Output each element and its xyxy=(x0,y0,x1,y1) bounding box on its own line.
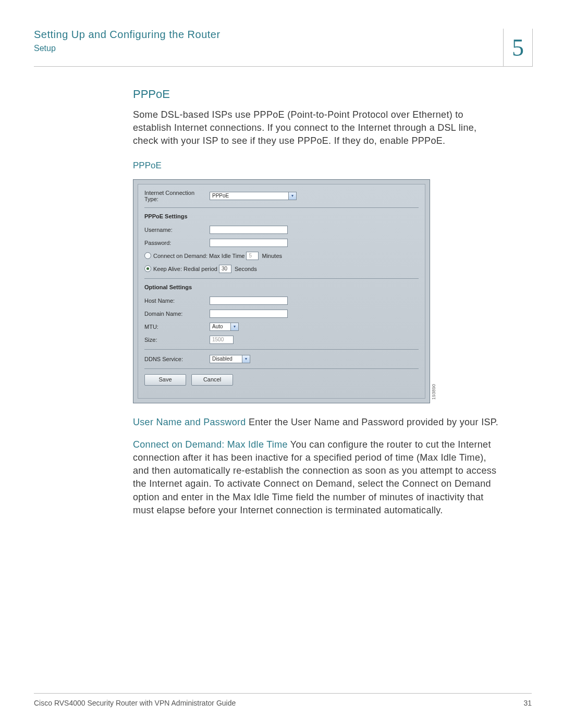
domain-name-input[interactable] xyxy=(210,310,288,318)
page-heading-title: Setting Up and Configuring the Router xyxy=(34,29,221,41)
connection-type-label: Internet Connection Type: xyxy=(144,190,210,202)
username-input[interactable] xyxy=(210,226,288,234)
chevron-down-icon: ▾ xyxy=(242,355,250,363)
header-divider xyxy=(34,66,532,67)
cancel-button[interactable]: Cancel xyxy=(191,374,233,386)
username-label: Username: xyxy=(144,227,210,233)
optional-settings-heading: Optional Settings xyxy=(144,284,419,290)
chevron-down-icon: ▾ xyxy=(230,323,238,330)
connect-on-demand-radio[interactable] xyxy=(144,252,151,259)
intro-paragraph: Some DSL-based ISPs use PPPoE (Point-to-… xyxy=(133,108,500,148)
ddns-value: Disabled xyxy=(210,355,242,363)
size-input[interactable]: 1500 xyxy=(210,336,234,344)
keep-alive-radio[interactable] xyxy=(144,265,151,272)
username-password-term: User Name and Password xyxy=(133,417,246,427)
password-label: Password: xyxy=(144,240,210,246)
chapter-number: 5 xyxy=(503,29,533,67)
keep-alive-label: Keep Alive: Redial period xyxy=(153,266,217,272)
size-label: Size: xyxy=(144,337,210,343)
pppoe-settings-panel: Internet Connection Type: PPPoE ▾ PPPoE … xyxy=(133,179,430,403)
connection-type-value: PPPoE xyxy=(210,192,288,200)
pppoe-settings-heading: PPPoE Settings xyxy=(144,213,419,219)
ddns-service-label: DDNS Service: xyxy=(144,356,210,362)
domain-name-label: Domain Name: xyxy=(144,311,210,317)
password-input[interactable] xyxy=(210,239,288,247)
section-heading: PPPoE xyxy=(133,88,500,101)
ddns-dropdown[interactable]: Disabled ▾ xyxy=(210,355,250,363)
chevron-down-icon: ▾ xyxy=(288,192,296,200)
minutes-unit-label: Minutes xyxy=(262,253,282,259)
connect-on-demand-paragraph: Connect on Demand: Max Idle Time You can… xyxy=(133,438,500,517)
seconds-unit-label: Seconds xyxy=(235,266,257,272)
host-name-input[interactable] xyxy=(210,297,288,305)
page-heading-subtitle: Setup xyxy=(34,44,221,53)
connect-on-demand-label: Connect on Demand: Max Idle Time xyxy=(153,253,244,259)
footer-page-number: 31 xyxy=(523,699,532,707)
mtu-value: Auto xyxy=(210,323,230,330)
connection-type-dropdown[interactable]: PPPoE ▾ xyxy=(210,192,297,200)
host-name-label: Host Name: xyxy=(144,298,210,304)
username-password-paragraph: User Name and Password Enter the User Na… xyxy=(133,416,500,429)
save-button[interactable]: Save xyxy=(144,374,186,386)
redial-period-input[interactable]: 30 xyxy=(219,265,231,273)
mtu-label: MTU: xyxy=(144,324,210,330)
max-idle-time-input[interactable]: 5 xyxy=(246,252,259,260)
figure-caption: PPPoE xyxy=(133,161,500,171)
mtu-dropdown[interactable]: Auto ▾ xyxy=(210,323,239,331)
footer-doc-title: Cisco RVS4000 Security Router with VPN A… xyxy=(34,699,236,707)
image-id-label: 193890 xyxy=(431,384,436,400)
connect-on-demand-term: Connect on Demand: Max Idle Time xyxy=(133,439,288,450)
